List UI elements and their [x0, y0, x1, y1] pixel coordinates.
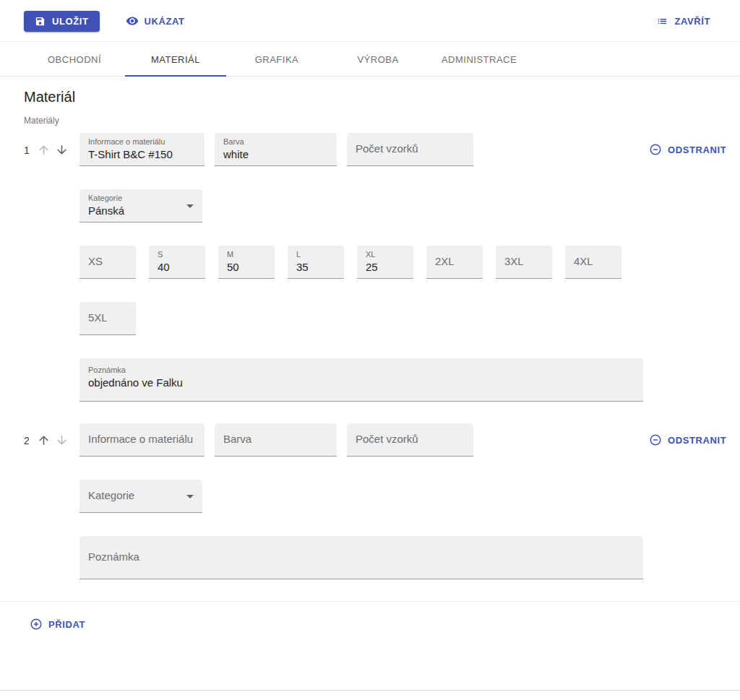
size-3xl-field[interactable]: 3XL — [496, 246, 552, 279]
tab-vyroba[interactable]: VÝROBA — [327, 42, 429, 76]
content: Materiál Materiály 1 — [0, 77, 740, 690]
add-button[interactable]: PŘIDAT — [24, 613, 91, 635]
item-2-row-main: Informace o materiálu Barva Počet vzorků — [79, 423, 643, 457]
field-value: white — [223, 147, 328, 162]
size-4xl-field[interactable]: 4XL — [565, 246, 621, 279]
field-placeholder: Počet vzorků — [356, 433, 418, 446]
size-m-field[interactable]: M 50 — [218, 246, 275, 279]
field-label: Informace o materiálu — [88, 137, 196, 147]
item-2-row-note: Poznámka — [79, 536, 643, 579]
field-value: T-Shirt B&C #150 — [88, 147, 196, 162]
field-value: 25 — [366, 260, 405, 275]
samples-count-field[interactable]: Počet vzorků — [347, 133, 473, 166]
size-xs-field[interactable]: XS — [79, 246, 136, 279]
arrow-up-icon — [37, 143, 51, 157]
save-button-label: ULOŽIT — [52, 16, 89, 27]
field-placeholder: Informace o materiálu — [88, 433, 193, 446]
show-button-label: UKÁZAT — [145, 16, 185, 27]
size-l-field[interactable]: L 35 — [288, 246, 344, 279]
section-label: Materiály — [24, 116, 716, 126]
field-placeholder: Poznámka — [88, 550, 139, 564]
item-1-sizes-row-2: 5XL — [79, 302, 643, 335]
tab-bar: OBCHODNÍ MATERIÁL GRAFIKA VÝROBA ADMINIS… — [0, 42, 740, 77]
arrow-down-icon — [55, 433, 69, 447]
tab-material[interactable]: MATERIÁL — [125, 42, 226, 76]
remove-button[interactable]: ODSTRANIT — [643, 139, 732, 160]
page-title: Materiál — [24, 89, 716, 105]
field-value: 40 — [158, 260, 197, 275]
save-button[interactable]: ULOŽIT — [24, 11, 100, 32]
field-placeholder: 3XL — [504, 255, 524, 269]
item-index: 2 — [24, 435, 30, 446]
material-info-field[interactable]: Informace o materiálu T-Shirt B&C #150 — [79, 133, 205, 166]
move-up-button[interactable] — [35, 142, 52, 158]
category-select[interactable]: Kategorie Pánská — [79, 189, 202, 222]
list-icon — [656, 15, 668, 27]
color-field[interactable]: Barva — [215, 423, 337, 457]
remove-button[interactable]: ODSTRANIT — [643, 429, 732, 451]
tab-administrace[interactable]: ADMINISTRACE — [429, 42, 530, 76]
item-2-fields: Informace o materiálu Barva Počet vzorků… — [79, 423, 643, 579]
item-index: 1 — [24, 144, 30, 156]
material-info-field[interactable]: Informace o materiálu — [79, 423, 205, 457]
field-placeholder: 2XL — [435, 255, 455, 269]
chevron-down-icon — [186, 204, 194, 208]
minus-circle-icon — [649, 143, 662, 156]
tab-obchodni[interactable]: OBCHODNÍ — [24, 42, 125, 76]
size-2xl-field[interactable]: 2XL — [426, 246, 483, 279]
move-up-button[interactable] — [35, 432, 52, 449]
field-placeholder: 5XL — [88, 311, 108, 325]
field-label: M — [227, 250, 266, 260]
field-placeholder: 4XL — [574, 255, 593, 269]
close-button[interactable]: ZAVŘÍT — [650, 11, 716, 32]
toolbar: ULOŽIT UKÁZAT ZAVŘÍT — [0, 0, 740, 41]
field-placeholder: XS — [88, 255, 103, 269]
field-label: Kategorie — [88, 194, 182, 204]
remove-button-label: ODSTRANIT — [668, 435, 726, 446]
minus-circle-icon — [649, 433, 662, 446]
item-1-row-category: Kategorie Pánská — [79, 189, 643, 222]
item-2-row-category: Kategorie — [79, 480, 643, 513]
size-xl-field[interactable]: XL 25 — [357, 246, 413, 279]
note-field[interactable]: Poznámka — [79, 536, 643, 579]
field-value: objednáno ve Falku — [88, 376, 634, 390]
arrow-up-icon — [37, 433, 51, 447]
color-field[interactable]: Barva white — [215, 133, 337, 166]
add-button-label: PŘIDAT — [48, 619, 85, 630]
save-icon — [35, 16, 46, 27]
field-label: XL — [366, 250, 405, 260]
item-1-row-main: Informace o materiálu T-Shirt B&C #150 B… — [79, 133, 643, 166]
field-label: S — [158, 250, 197, 260]
tab-grafika[interactable]: GRAFIKA — [226, 42, 327, 76]
close-button-label: ZAVŘÍT — [674, 16, 710, 27]
chevron-down-icon — [186, 495, 194, 498]
move-down-button[interactable] — [53, 142, 70, 158]
item-1-controls: 1 — [24, 133, 79, 158]
item-1-sizes-row-1: XS S 40 M 50 L 35 XL — [79, 246, 643, 279]
eye-icon — [126, 14, 139, 27]
arrow-down-icon — [55, 143, 69, 157]
size-s-field[interactable]: S 40 — [149, 246, 205, 279]
size-5xl-field[interactable]: 5XL — [79, 302, 136, 335]
category-select[interactable]: Kategorie — [79, 480, 202, 513]
field-label: L — [296, 250, 335, 260]
remove-button-label: ODSTRANIT — [668, 144, 726, 155]
plus-circle-icon — [30, 618, 43, 631]
field-placeholder: Kategorie — [88, 489, 134, 503]
note-field[interactable]: Poznámka objednáno ve Falku — [79, 358, 643, 402]
material-item-2: 2 Informace o materiálu — [24, 423, 716, 579]
move-down-button[interactable] — [53, 432, 70, 449]
field-label: Barva — [223, 137, 328, 147]
samples-count-field[interactable]: Počet vzorků — [347, 423, 473, 457]
show-button[interactable]: UKÁZAT — [120, 10, 191, 32]
form-page: ULOŽIT UKÁZAT ZAVŘÍT OBCHODNÍ MATERIÁL G… — [0, 0, 740, 691]
item-2-remove: ODSTRANIT — [643, 423, 732, 451]
item-1-row-note: Poznámka objednáno ve Falku — [79, 358, 643, 402]
field-placeholder: Počet vzorků — [356, 142, 418, 156]
field-label: Poznámka — [88, 366, 634, 376]
field-value: 50 — [227, 260, 266, 275]
add-row: PŘIDAT — [24, 602, 716, 635]
field-placeholder: Barva — [223, 433, 251, 446]
field-value: 35 — [296, 260, 335, 275]
item-2-controls: 2 — [24, 423, 79, 449]
